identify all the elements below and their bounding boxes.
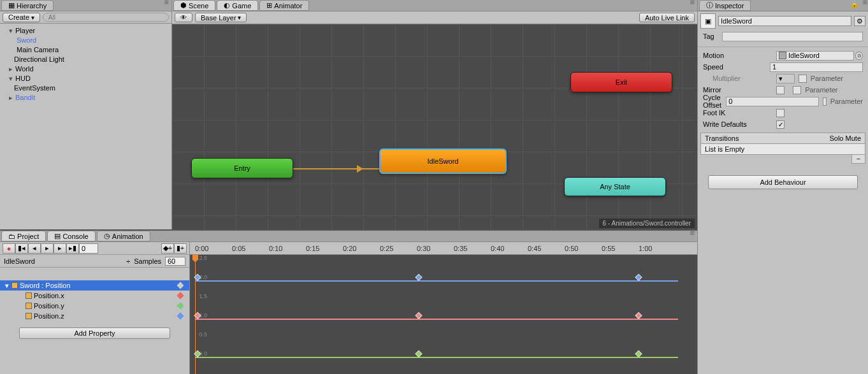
add-behaviour-button[interactable]: Add Behaviour [708, 175, 858, 189]
mirror-parameter-checkbox[interactable] [793, 86, 801, 94]
tree-item-sword[interactable]: Sword [1, 36, 170, 45]
foot-ik-checkbox[interactable] [776, 109, 785, 117]
curve-position-x[interactable] [195, 319, 678, 320]
tree-item-eventsystem[interactable]: EventSystem [1, 83, 170, 93]
tick-label: 0:10 [269, 245, 282, 252]
hierarchy-tab-label: Hierarchy [17, 2, 47, 10]
panel-options-icon[interactable]: ≡ [164, 0, 171, 11]
panel-options-icon[interactable]: ≡ [690, 0, 697, 11]
any-state-node[interactable]: Any State [564, 177, 666, 196]
next-frame-button[interactable]: ▸ [54, 243, 66, 254]
animation-tab[interactable]: ◷ Animation [97, 231, 150, 241]
folder-icon: 🗀 [8, 233, 15, 240]
property-position-x[interactable]: Position.x [0, 291, 189, 301]
curve-position-y[interactable] [195, 357, 678, 358]
speed-input[interactable] [770, 62, 863, 72]
key-indicator-icon [177, 292, 184, 299]
first-frame-button[interactable]: ▮◂ [15, 243, 28, 254]
animator-tab[interactable]: ⊞ Animator [259, 0, 309, 11]
tree-label: Sword [17, 36, 36, 44]
inspector-tab[interactable]: ⓘ Inspector [699, 0, 751, 11]
clip-select[interactable]: IdleSword ÷ [4, 257, 130, 265]
curves-area[interactable]: 2.52.01.51.00.50.0 [190, 255, 697, 374]
game-icon: ◐ [224, 1, 230, 10]
add-event-button[interactable]: ▮+ [174, 243, 187, 254]
object-picker-icon[interactable]: ⊙ [855, 52, 863, 60]
hierarchy-tree: Player Sword Main Camera Directional Lig… [0, 24, 171, 105]
idlesword-node[interactable]: IdleSword [379, 148, 507, 174]
scene-icon: ⬢ [180, 1, 187, 10]
clock-icon: ◷ [104, 232, 110, 240]
tree-item-bandit[interactable]: Bandit [1, 93, 170, 103]
project-tab[interactable]: 🗀 Project [1, 231, 46, 241]
playhead-handle-icon [192, 255, 198, 263]
multiplier-label: Multiplier [703, 75, 776, 82]
curve-position-z[interactable] [195, 280, 678, 282]
exit-node[interactable]: Exit [570, 72, 672, 92]
console-tab[interactable]: ▤ Console [47, 231, 95, 241]
tag-input[interactable] [722, 32, 863, 41]
hierarchy-search-input[interactable] [43, 13, 169, 22]
property-position-z[interactable]: Position.z [0, 311, 189, 321]
hierarchy-tab[interactable]: ▦ Hierarchy [1, 0, 54, 11]
add-property-button[interactable]: Add Property [19, 327, 170, 339]
animator-icon: ⊞ [266, 1, 272, 10]
console-icon: ▤ [54, 232, 61, 240]
key-indicator-icon [177, 282, 184, 289]
tree-item-directional-light[interactable]: Directional Light [1, 55, 170, 64]
add-keyframe-button[interactable]: ◆+ [161, 243, 174, 254]
property-position-y[interactable]: Position.y [0, 301, 189, 311]
animation-tab-label: Animation [112, 233, 143, 240]
tree-item-world[interactable]: World [1, 64, 170, 74]
tree-label: Main Camera [17, 46, 59, 54]
gear-icon[interactable]: ⚙ [854, 16, 865, 26]
remove-transition-button[interactable]: − [851, 155, 865, 164]
transition-line[interactable] [293, 168, 379, 169]
transform-icon [11, 282, 18, 289]
property-sword-position[interactable]: Sword : Position [0, 280, 189, 291]
cycle-offset-parameter-checkbox[interactable] [823, 97, 826, 106]
record-button[interactable]: ● [3, 243, 15, 254]
game-tab-label: Game [232, 2, 251, 10]
transform-icon [25, 313, 32, 319]
base-layer-button[interactable]: Base Layer ▾ [195, 13, 247, 22]
multiplier-parameter-checkbox[interactable] [799, 75, 807, 83]
tick-label: 0:20 [343, 245, 356, 252]
transform-icon [25, 292, 32, 299]
state-name-input[interactable] [718, 16, 851, 26]
tree-label: Directional Light [14, 55, 64, 63]
lock-icon[interactable]: 🔒 [850, 0, 859, 8]
console-tab-label: Console [62, 233, 88, 240]
clip-name-label: IdleSword [4, 257, 35, 265]
write-defaults-checkbox[interactable] [776, 120, 785, 129]
motion-field[interactable]: IdleSword [776, 51, 854, 61]
eye-icon[interactable]: 👁 [175, 13, 192, 22]
motion-value: IdleSword [788, 52, 820, 59]
auto-live-link-button[interactable]: Auto Live Link [639, 13, 695, 22]
transitions-list: List is Empty [700, 144, 865, 155]
animator-canvas[interactable]: Entry IdleSword Exit Any State 6 - Anima… [172, 24, 697, 229]
create-button[interactable]: Create ▾ [3, 13, 40, 22]
samples-input[interactable] [165, 257, 185, 266]
parameter-label: Parameter [830, 97, 863, 105]
panel-options-icon[interactable]: ≡ [690, 231, 697, 241]
prev-frame-button[interactable]: ◂ [28, 243, 41, 254]
transitions-header: Transitions Solo Mute [700, 133, 865, 144]
project-tab-label: Project [17, 233, 39, 240]
mirror-checkbox[interactable] [776, 86, 785, 94]
scene-tab[interactable]: ⬢ Scene [173, 0, 215, 11]
tree-item-player[interactable]: Player [1, 26, 170, 36]
foot-ik-label: Foot IK [703, 109, 776, 117]
last-frame-button[interactable]: ▸▮ [66, 243, 79, 254]
scene-tab-label: Scene [189, 2, 208, 10]
game-tab[interactable]: ◐ Game [217, 0, 258, 11]
cycle-offset-input[interactable] [726, 97, 819, 106]
tree-item-main-camera[interactable]: Main Camera [1, 45, 170, 55]
play-button[interactable]: ▸ [41, 243, 54, 254]
timeline-ruler[interactable]: 0:000:050:100:150:200:250:300:350:400:45… [190, 242, 697, 255]
tree-item-hud[interactable]: HUD [1, 74, 170, 83]
panel-options-icon[interactable]: ≡ [862, 0, 867, 5]
entry-node[interactable]: Entry [191, 158, 293, 178]
frame-input[interactable] [79, 243, 98, 254]
key-indicator-icon [177, 302, 184, 309]
